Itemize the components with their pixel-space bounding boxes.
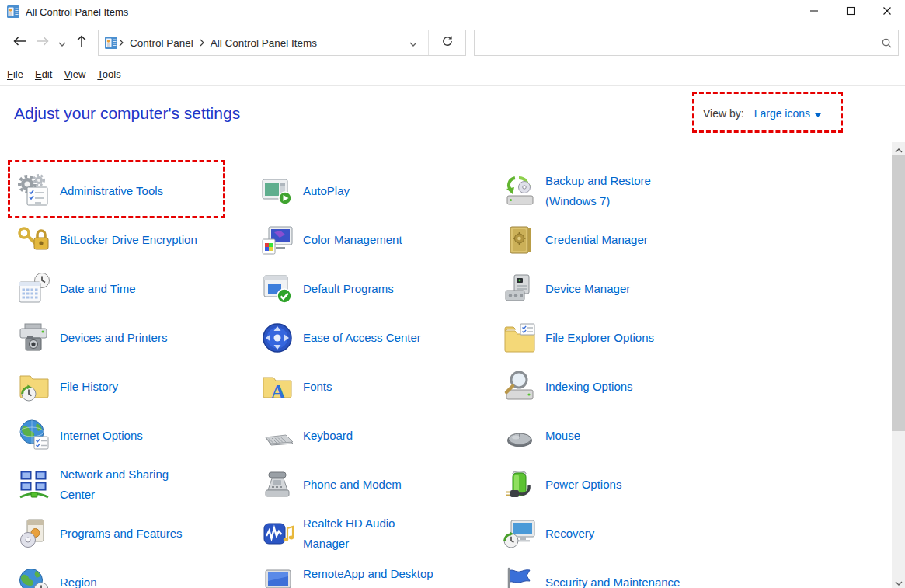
- item-device-manager[interactable]: Device Manager: [501, 264, 757, 313]
- ease-of-access-icon: [259, 319, 296, 357]
- menu-file[interactable]: File: [7, 68, 23, 80]
- maximize-icon: [846, 5, 855, 19]
- vertical-scrollbar[interactable]: [892, 142, 905, 588]
- address-dropdown-button[interactable]: [403, 30, 423, 55]
- item-label: Credential Manager: [545, 230, 648, 250]
- menu-edit[interactable]: Edit: [35, 68, 52, 80]
- forward-arrow-icon: [35, 35, 50, 50]
- item-label: Security and Maintenance: [545, 572, 680, 588]
- refresh-icon: [441, 35, 454, 50]
- view-by-value: Large icons: [754, 107, 810, 120]
- minimize-icon: [809, 5, 819, 19]
- scroll-down-button[interactable]: [892, 575, 905, 588]
- item-default-programs[interactable]: Default Programs: [259, 264, 501, 313]
- item-internet-options[interactable]: Internet Options: [16, 411, 259, 460]
- up-arrow-icon: [75, 33, 88, 52]
- forward-button[interactable]: [31, 30, 54, 56]
- search-icon: [875, 37, 898, 49]
- chevron-up-icon: [895, 142, 903, 156]
- window-title: All Control Panel Items: [26, 6, 128, 18]
- up-button[interactable]: [70, 30, 93, 56]
- item-realtek-hd-audio-manager[interactable]: Realtek HD Audio Manager: [259, 509, 501, 558]
- recent-locations-button[interactable]: [54, 30, 70, 56]
- menu-tools[interactable]: Tools: [97, 68, 120, 80]
- item-fonts[interactable]: AFonts: [259, 362, 501, 411]
- chevron-down-icon: [895, 575, 903, 588]
- item-keyboard[interactable]: Keyboard: [259, 411, 501, 460]
- scroll-up-button[interactable]: [892, 142, 905, 155]
- item-label: Keyboard: [303, 426, 353, 446]
- device-manager-icon: [501, 270, 538, 308]
- devices-printers-icon: [16, 319, 53, 357]
- menu-view[interactable]: View: [64, 68, 85, 80]
- maximize-button[interactable]: [832, 0, 868, 23]
- item-label: Phone and Modem: [303, 475, 402, 495]
- file-explorer-options-icon: [501, 319, 538, 357]
- item-label: Administrative Tools: [60, 181, 163, 201]
- internet-options-icon: [16, 417, 53, 454]
- minimize-button[interactable]: [795, 0, 832, 23]
- item-label: Date and Time: [60, 279, 136, 299]
- item-recovery[interactable]: Recovery: [501, 509, 757, 558]
- item-mouse[interactable]: Mouse: [501, 411, 757, 460]
- control-panel-icon: [7, 5, 19, 18]
- search-box: [474, 30, 899, 56]
- indexing-options-icon: [501, 368, 538, 405]
- power-options-icon: [501, 466, 538, 503]
- address-bar: Control PanelAll Control Panel Items: [98, 30, 466, 56]
- item-phone-and-modem[interactable]: Phone and Modem: [259, 460, 501, 509]
- administrative-tools-icon: [16, 172, 53, 210]
- item-label: Region: [60, 572, 97, 588]
- item-bitlocker-drive-encryption[interactable]: BitLocker Drive Encryption: [16, 215, 259, 264]
- item-label: Recovery: [545, 524, 594, 544]
- recovery-icon: [501, 515, 538, 552]
- item-programs-and-features[interactable]: Programs and Features: [16, 509, 259, 558]
- item-remoteapp-and-desktop[interactable]: RemoteApp and Desktop: [259, 558, 501, 588]
- default-programs-icon: [259, 270, 296, 308]
- item-ease-of-access-center[interactable]: Ease of Access Center: [259, 313, 501, 362]
- item-label: RemoteApp and Desktop: [303, 564, 433, 584]
- realtek-audio-icon: [259, 515, 296, 552]
- item-devices-and-printers[interactable]: Devices and Printers: [16, 313, 259, 362]
- svg-text:A: A: [271, 381, 286, 403]
- item-label: Network and Sharing Center: [60, 464, 169, 505]
- chevron-down-icon: [409, 36, 417, 50]
- programs-features-icon: [16, 515, 53, 552]
- item-date-and-time[interactable]: Date and Time: [16, 264, 259, 313]
- phone-modem-icon: [259, 466, 296, 503]
- search-input[interactable]: [475, 30, 875, 55]
- breadcrumb-segment[interactable]: All Control Panel Items: [206, 37, 322, 49]
- item-security-and-maintenance[interactable]: Security and Maintenance: [501, 558, 757, 588]
- refresh-button[interactable]: [428, 30, 465, 55]
- chevron-down-icon: [58, 36, 66, 50]
- page-title: Adjust your computer's settings: [14, 104, 240, 123]
- back-button[interactable]: [8, 30, 31, 56]
- titlebar: All Control Panel Items: [0, 0, 905, 23]
- security-maintenance-icon: [501, 564, 538, 588]
- item-region[interactable]: Region: [16, 558, 259, 588]
- chevron-right-icon: [117, 39, 125, 47]
- item-label: Color Management: [303, 230, 402, 250]
- view-by-dropdown[interactable]: Large icons: [754, 107, 821, 120]
- item-indexing-options[interactable]: Indexing Options: [501, 362, 757, 411]
- date-time-icon: [16, 270, 53, 308]
- item-network-and-sharing-center[interactable]: Network and Sharing Center: [16, 460, 259, 509]
- backup-restore-icon: [501, 172, 538, 210]
- item-credential-manager[interactable]: Credential Manager: [501, 215, 757, 264]
- menu-bar: FileEditViewTools: [0, 62, 905, 86]
- item-autoplay[interactable]: AutoPlay: [259, 166, 501, 215]
- breadcrumb[interactable]: Control PanelAll Control Panel Items: [99, 30, 428, 55]
- item-label: Indexing Options: [545, 377, 633, 397]
- item-power-options[interactable]: Power Options: [501, 460, 757, 509]
- scrollbar-thumb[interactable]: [892, 155, 905, 431]
- network-sharing-icon: [16, 466, 53, 503]
- item-file-explorer-options[interactable]: File Explorer Options: [501, 313, 757, 362]
- breadcrumb-segment[interactable]: Control Panel: [125, 37, 198, 49]
- navigation-toolbar: Control PanelAll Control Panel Items: [0, 23, 905, 62]
- item-backup-and-restore-windows-7[interactable]: Backup and Restore (Windows 7): [501, 166, 757, 215]
- credential-manager-icon: [501, 221, 538, 259]
- item-file-history[interactable]: File History: [16, 362, 259, 411]
- item-color-management[interactable]: Color Management: [259, 215, 501, 264]
- close-button[interactable]: [868, 0, 905, 23]
- item-administrative-tools[interactable]: Administrative Tools: [16, 166, 259, 215]
